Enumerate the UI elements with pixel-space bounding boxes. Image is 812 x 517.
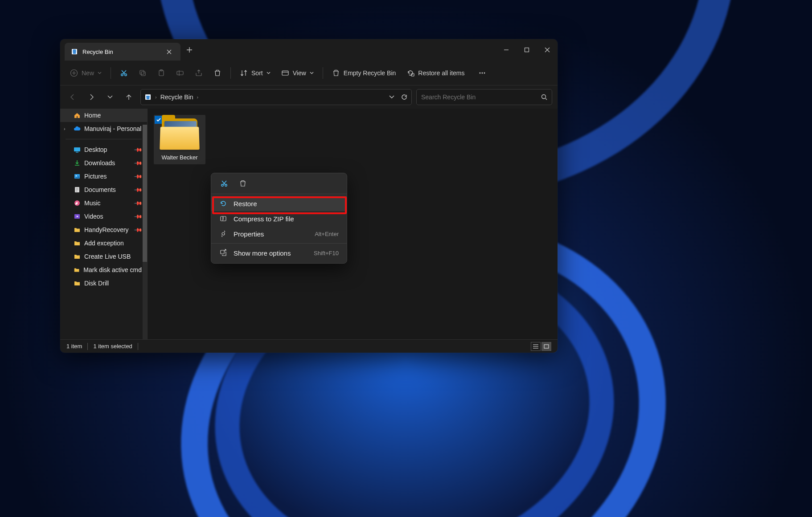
details-view-button[interactable] <box>531 342 541 351</box>
copy-icon <box>139 69 147 77</box>
plus-circle-icon <box>70 69 78 77</box>
paste-button[interactable] <box>153 66 170 80</box>
context-menu-item-restore[interactable]: Restore <box>211 196 347 211</box>
sidebar-item-home[interactable]: Home <box>60 109 147 122</box>
sidebar-item-downloads[interactable]: Downloads📌 <box>60 156 147 170</box>
sort-button[interactable]: Sort <box>235 66 275 80</box>
address-bar[interactable]: › Recycle Bin › <box>140 89 412 105</box>
more-button[interactable] <box>474 66 491 80</box>
sidebar-item-pictures[interactable]: Pictures📌 <box>60 170 147 183</box>
delete-button[interactable] <box>209 66 226 80</box>
view-icon <box>281 69 289 77</box>
shortcut-label: Alt+Enter <box>315 231 339 237</box>
sidebar-scrollbar[interactable] <box>143 125 147 339</box>
status-bar: 1 item 1 item selected <box>60 339 558 353</box>
chevron-down-icon <box>98 72 102 74</box>
view-label: View <box>293 69 306 77</box>
sidebar-item-add-exception[interactable]: Add exception <box>60 236 147 250</box>
file-label: Walter Becker <box>161 154 197 163</box>
search-input[interactable] <box>421 94 537 101</box>
view-switcher <box>531 342 551 351</box>
sort-label: Sort <box>251 69 263 77</box>
sidebar-item-handyrecovery[interactable]: HandyRecovery📌 <box>60 223 147 236</box>
sidebar-item-label: Downloads <box>84 159 115 167</box>
toolbar-separator <box>230 67 231 79</box>
status-selected-count: 1 item selected <box>93 343 132 350</box>
close-window-button[interactable] <box>537 39 558 61</box>
context-menu-item-properties[interactable]: Properties Alt+Enter <box>211 226 347 241</box>
new-button[interactable]: New <box>66 66 106 80</box>
thumbnails-view-button[interactable] <box>541 342 551 351</box>
svg-rect-2 <box>525 48 529 52</box>
empty-recycle-bin-button[interactable]: Empty Recycle Bin <box>328 66 400 80</box>
svg-rect-25 <box>544 345 549 348</box>
music-icon <box>74 199 81 207</box>
pin-icon: 📌 <box>134 225 143 235</box>
new-tab-button[interactable] <box>180 39 198 61</box>
restore-all-button[interactable]: Restore all items <box>402 66 469 80</box>
context-menu-item-compress[interactable]: Compress to ZIP file <box>211 211 347 226</box>
chevron-right-icon: › <box>155 94 157 100</box>
empty-label: Empty Recycle Bin <box>344 69 396 77</box>
sidebar-item-documents[interactable]: Documents📌 <box>60 183 147 196</box>
status-item-count: 1 item <box>66 343 82 350</box>
copy-button[interactable] <box>134 66 151 80</box>
toolbar-separator <box>323 67 323 79</box>
svg-point-29 <box>222 232 225 235</box>
cut-button[interactable] <box>115 66 132 80</box>
sidebar-item-label: Desktop <box>84 146 107 153</box>
recent-button[interactable] <box>103 90 117 104</box>
sidebar-item-music[interactable]: Music📌 <box>60 196 147 210</box>
minimize-button[interactable] <box>496 39 517 61</box>
file-item[interactable]: Walter Becker <box>154 115 205 164</box>
svg-rect-30 <box>221 250 224 254</box>
chevron-right-icon: › <box>197 94 199 100</box>
view-button[interactable]: View <box>277 66 318 80</box>
shortcut-label: Shift+F10 <box>314 250 339 256</box>
tab-recycle-bin[interactable]: Recycle Bin <box>65 43 180 61</box>
status-separator <box>138 343 138 350</box>
up-button[interactable] <box>122 90 136 104</box>
refresh-button[interactable] <box>401 94 408 101</box>
documents-icon <box>74 186 81 193</box>
cut-button[interactable] <box>220 179 228 187</box>
svg-rect-7 <box>141 72 145 76</box>
sidebar-item-onedrive[interactable]: › Manuviraj - Personal <box>60 122 147 135</box>
tab-close-button[interactable] <box>164 48 174 56</box>
sidebar-item-create-live-usb[interactable]: Create Live USB <box>60 250 147 263</box>
share-button[interactable] <box>190 66 207 80</box>
context-menu-separator <box>211 194 347 194</box>
sort-icon <box>240 69 248 77</box>
folder-icon <box>74 266 80 273</box>
sidebar-item-mark-disk-active-cmd[interactable]: Mark disk active cmd <box>60 263 147 277</box>
search-box[interactable] <box>416 89 552 105</box>
sidebar-item-label: Disk Drill <box>84 280 109 287</box>
forward-button[interactable] <box>84 90 98 104</box>
trash-icon <box>213 69 221 77</box>
breadcrumb-item[interactable]: Recycle Bin <box>160 94 193 101</box>
folder-icon <box>159 117 200 151</box>
sidebar-item-label: Manuviraj - Personal <box>84 125 141 132</box>
maximize-button[interactable] <box>517 39 537 61</box>
address-dropdown-button[interactable] <box>389 95 394 99</box>
sidebar-item-label: Documents <box>84 186 116 193</box>
delete-button[interactable] <box>239 179 247 187</box>
chevron-down-icon <box>267 72 271 74</box>
sidebar-item-disk-drill[interactable]: Disk Drill <box>60 277 147 290</box>
content-area[interactable]: Walter Becker <box>147 109 558 339</box>
scrollbar-thumb[interactable] <box>143 125 147 262</box>
trash-icon <box>332 69 340 77</box>
sidebar-item-videos[interactable]: Videos📌 <box>60 210 147 223</box>
sidebar-item-desktop[interactable]: Desktop📌 <box>60 143 147 156</box>
folder-icon <box>74 280 81 287</box>
context-menu-item-more-options[interactable]: Show more options Shift+F10 <box>211 245 347 261</box>
restore-icon <box>406 69 414 77</box>
svg-point-21 <box>76 175 77 177</box>
pictures-icon <box>74 173 81 180</box>
tab-title: Recycle Bin <box>82 49 113 55</box>
chevron-right-icon: › <box>64 126 66 131</box>
svg-point-14 <box>481 72 483 73</box>
paste-icon <box>157 69 165 77</box>
rename-button[interactable] <box>172 66 189 80</box>
back-button[interactable] <box>66 90 80 104</box>
